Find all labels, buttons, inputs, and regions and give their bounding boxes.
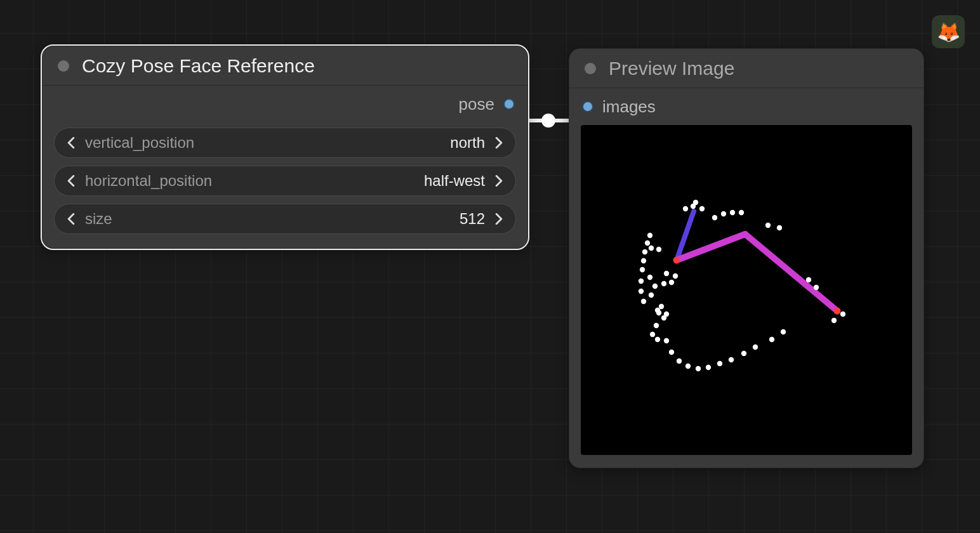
svg-point-49: [777, 225, 782, 230]
pose-render: [581, 125, 912, 455]
widget-label: vertical_position: [85, 134, 194, 152]
svg-point-29: [717, 361, 722, 366]
svg-point-10: [641, 258, 646, 263]
svg-point-6: [693, 200, 698, 205]
widget-label: horizontal_position: [85, 172, 212, 190]
svg-point-14: [641, 299, 646, 304]
chevron-right-icon[interactable]: [490, 213, 508, 225]
node-header[interactable]: Cozy Pose Face Reference: [43, 46, 527, 86]
svg-point-41: [669, 280, 674, 285]
svg-point-35: [712, 215, 717, 220]
widget-vertical-position[interactable]: vertical_position north: [54, 128, 516, 158]
svg-point-55: [834, 308, 841, 315]
svg-point-13: [639, 289, 644, 294]
svg-point-34: [781, 329, 786, 334]
svg-point-8: [645, 240, 650, 246]
svg-point-53: [831, 318, 837, 323]
widget-size[interactable]: size 512: [54, 204, 516, 234]
svg-point-39: [664, 271, 669, 276]
svg-point-33: [769, 337, 774, 342]
svg-point-32: [753, 345, 758, 350]
svg-point-7: [647, 233, 652, 238]
node-canvas[interactable]: Cozy Pose Face Reference pose vertical_p…: [0, 0, 980, 533]
svg-point-40: [673, 273, 678, 279]
widget-horizontal-position[interactable]: horizontal_position half-west: [54, 166, 516, 196]
svg-point-23: [664, 338, 669, 343]
chevron-right-icon[interactable]: [490, 137, 508, 148]
svg-point-25: [677, 359, 682, 364]
node-status-dot-icon: [585, 63, 596, 74]
widget-value: 512: [460, 210, 485, 228]
node-title: Cozy Pose Face Reference: [82, 55, 315, 77]
svg-point-3: [683, 206, 688, 211]
svg-point-27: [696, 366, 701, 371]
fox-emoji: 🦊: [937, 21, 960, 43]
chevron-left-icon[interactable]: [62, 213, 80, 225]
widget-value: half-west: [424, 172, 485, 190]
svg-point-47: [656, 247, 661, 252]
svg-point-28: [706, 365, 711, 370]
node-preview-image[interactable]: Preview Image images: [569, 48, 924, 468]
input-row-images[interactable]: images: [569, 88, 924, 125]
svg-point-26: [685, 364, 691, 369]
output-port-pose[interactable]: [503, 98, 515, 110]
preview-image[interactable]: [581, 125, 912, 455]
svg-point-36: [721, 211, 726, 216]
svg-point-43: [656, 310, 661, 315]
svg-point-20: [654, 323, 659, 328]
node-title: Preview Image: [609, 58, 734, 79]
node-cozy-pose-face-reference[interactable]: Cozy Pose Face Reference pose vertical_p…: [42, 46, 528, 249]
chevron-left-icon[interactable]: [62, 137, 80, 148]
svg-point-44: [664, 312, 669, 317]
fox-badge-icon[interactable]: 🦊: [932, 15, 965, 48]
svg-point-37: [730, 210, 735, 215]
preview-body: [569, 125, 924, 468]
widget-label: size: [85, 210, 112, 228]
svg-point-48: [765, 223, 771, 228]
svg-point-52: [840, 312, 845, 317]
output-label: pose: [459, 95, 494, 114]
svg-point-46: [649, 246, 654, 251]
svg-point-38: [739, 210, 744, 215]
widget-value: north: [450, 134, 485, 152]
svg-point-9: [642, 249, 647, 254]
svg-point-30: [729, 357, 734, 362]
svg-point-17: [647, 275, 652, 280]
svg-point-12: [639, 279, 644, 284]
svg-point-21: [650, 332, 655, 337]
svg-point-31: [741, 351, 746, 356]
input-label: images: [602, 97, 656, 117]
input-port-images[interactable]: [582, 101, 593, 112]
svg-point-54: [673, 257, 680, 264]
wire-midpoint-handle[interactable]: [541, 114, 555, 128]
svg-point-15: [649, 293, 654, 298]
svg-point-51: [814, 285, 819, 290]
svg-point-22: [655, 337, 660, 342]
svg-point-24: [669, 350, 674, 355]
svg-line-2: [745, 234, 837, 311]
svg-point-16: [652, 284, 658, 289]
chevron-right-icon[interactable]: [490, 175, 508, 187]
svg-point-42: [661, 281, 666, 286]
svg-point-45: [659, 304, 664, 309]
output-row-pose[interactable]: pose: [43, 86, 527, 122]
svg-point-50: [806, 277, 811, 282]
widget-stack: vertical_position north horizontal_posit…: [43, 122, 527, 248]
chevron-left-icon[interactable]: [62, 175, 80, 187]
svg-point-5: [699, 206, 705, 211]
svg-point-11: [640, 267, 645, 272]
node-header[interactable]: Preview Image: [569, 49, 924, 88]
node-status-dot-icon: [58, 60, 69, 72]
